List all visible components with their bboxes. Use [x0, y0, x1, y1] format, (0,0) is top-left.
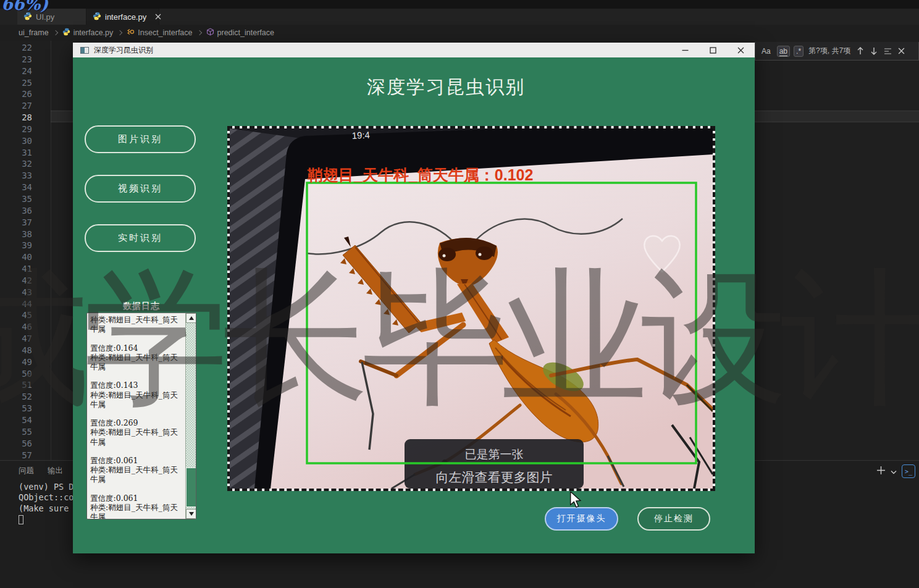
line-number: 36	[0, 205, 35, 217]
line-number: 53	[0, 403, 35, 414]
data-log-listbox[interactable]: 种类:鞘翅目_天牛科_筒天牛属置信度:0.164种类:鞘翅目_天牛科_筒天牛属置…	[86, 313, 196, 519]
line-number: 28	[0, 112, 35, 124]
line-number-gutter: 2223242526272829303132333435363738394041…	[0, 42, 35, 461]
line-number: 22	[0, 42, 35, 54]
line-number: 38	[0, 229, 35, 240]
new-terminal-button[interactable]	[876, 466, 886, 477]
tab-interface-py[interactable]: interface.py	[86, 9, 159, 25]
log-line	[90, 409, 184, 418]
app-heading: 深度学习昆虫识别	[137, 75, 755, 100]
maximize-button[interactable]	[699, 43, 727, 57]
open-camera-button[interactable]: 打开摄像头	[545, 507, 618, 531]
line-number: 40	[0, 251, 35, 263]
line-number: 51	[0, 379, 35, 391]
scroll-up-button[interactable]	[186, 313, 196, 323]
app-window-icon	[80, 47, 89, 54]
breadcrumb-item-ui-frame[interactable]: ui_frame	[19, 28, 49, 37]
scroll-down-button[interactable]	[186, 509, 196, 519]
log-line: 种类:鞘翅目_天牛科_筒天牛属	[90, 390, 184, 409]
breadcrumb-item-insect-interface[interactable]: Insect_interface	[127, 28, 192, 38]
realtime-recognition-button[interactable]: 实时识别	[85, 224, 196, 252]
toast-line2: 向左滑查看更多图片	[436, 470, 553, 484]
line-number: 48	[0, 345, 35, 356]
scrollbar-thumb[interactable]	[186, 468, 196, 507]
match-case-button[interactable]: Aa	[759, 46, 773, 57]
triangle-down-icon	[189, 512, 194, 516]
cube-icon	[206, 28, 214, 38]
app-window-title: 深度学习昆虫识别	[94, 45, 153, 56]
line-number: 34	[0, 182, 35, 193]
triangle-up-icon	[189, 316, 194, 320]
line-number: 43	[0, 287, 35, 298]
line-number: 31	[0, 147, 35, 159]
regex-button[interactable]: .*	[794, 46, 804, 57]
log-list: 种类:鞘翅目_天牛科_筒天牛属置信度:0.164种类:鞘翅目_天牛科_筒天牛属置…	[87, 313, 185, 519]
line-number: 32	[0, 158, 35, 170]
line-number: 30	[0, 135, 35, 147]
vscode-top-strip	[0, 0, 919, 9]
line-number: 33	[0, 170, 35, 182]
breadcrumb-label: Insect_interface	[138, 28, 192, 37]
image-recognition-button[interactable]: 图片识别	[85, 125, 196, 153]
line-number: 42	[0, 275, 35, 287]
log-line: 置信度:0.061	[90, 494, 184, 503]
stop-detection-button[interactable]: 停止检测	[637, 507, 710, 531]
breadcrumb-label: interface.py	[73, 28, 114, 37]
breadcrumb-label: predict_interface	[217, 28, 274, 37]
breadcrumb-item-predict-interface[interactable]: predict_interface	[206, 28, 274, 38]
line-number: 25	[0, 77, 35, 89]
find-in-selection-button[interactable]	[883, 46, 892, 56]
log-line	[90, 447, 184, 456]
line-number: 27	[0, 100, 35, 112]
log-line: 种类:鞘翅目_天牛科_筒天牛属	[90, 353, 184, 371]
line-number: 37	[0, 217, 35, 229]
line-number: 55	[0, 426, 35, 438]
line-number: 45	[0, 309, 35, 321]
line-number: 47	[0, 333, 35, 345]
line-number: 26	[0, 88, 35, 100]
log-line: 置信度:0.269	[90, 418, 184, 427]
app-titlebar[interactable]: 深度学习昆虫识别	[73, 43, 755, 57]
detection-label: 鞘翅目_天牛科_筒天牛属：0.102	[307, 166, 533, 183]
line-number: 29	[0, 124, 35, 135]
close-icon[interactable]	[155, 12, 161, 22]
breadcrumb: ui_frame interface.py Insect_interface p…	[0, 25, 919, 41]
terminal-cursor	[19, 515, 23, 524]
line-number: 50	[0, 368, 35, 380]
log-line	[90, 334, 184, 343]
chevron-down-icon[interactable]	[891, 466, 897, 477]
log-line: 置信度:0.143	[90, 380, 184, 390]
line-number: 46	[0, 321, 35, 333]
chevron-right-icon	[52, 30, 57, 35]
terminal-panel-icon[interactable]: >_	[902, 464, 915, 478]
chevron-right-icon	[117, 30, 122, 35]
camera-feed-frame: 19:4	[227, 126, 715, 491]
log-scrollbar[interactable]	[185, 313, 196, 519]
breadcrumb-item-interface-py[interactable]: interface.py	[62, 28, 114, 38]
video-recognition-button[interactable]: 视频识别	[85, 175, 196, 203]
log-line	[90, 371, 184, 380]
editor-gutter: 2223242526272829303132333435363738394041…	[0, 41, 51, 464]
find-next-button[interactable]	[869, 46, 879, 56]
toast-line1: 已是第一张	[465, 448, 524, 461]
line-number: 41	[0, 263, 35, 275]
minimize-button[interactable]	[671, 43, 699, 57]
chevron-right-icon	[196, 30, 201, 35]
editor-tab-bar: UI.py interface.py	[0, 9, 919, 25]
class-icon	[127, 28, 135, 38]
whole-word-button[interactable]: ab	[777, 46, 790, 57]
camera-feed-image: 19:4	[230, 128, 713, 489]
line-number: 56	[0, 438, 35, 450]
screen: 66%) UI.py interface.py ui_frame	[0, 0, 919, 588]
panel-tab-output[interactable]: 输出	[48, 466, 63, 476]
close-button[interactable]	[727, 43, 755, 57]
panel-tab-problems[interactable]: 问题	[19, 466, 34, 476]
app-body: 深度学习昆虫识别 图片识别 视频识别 实时识别 数据日志 种类:鞘翅目_天牛科_…	[73, 57, 755, 553]
data-log-title: 数据日志	[86, 301, 196, 312]
find-previous-button[interactable]	[855, 46, 865, 56]
close-find-button[interactable]	[896, 46, 906, 56]
find-widget: Aa ab .* 第?项, 共7项	[755, 42, 919, 61]
log-line	[90, 484, 184, 494]
gutter-divider	[51, 41, 51, 461]
line-number: 57	[0, 450, 35, 461]
